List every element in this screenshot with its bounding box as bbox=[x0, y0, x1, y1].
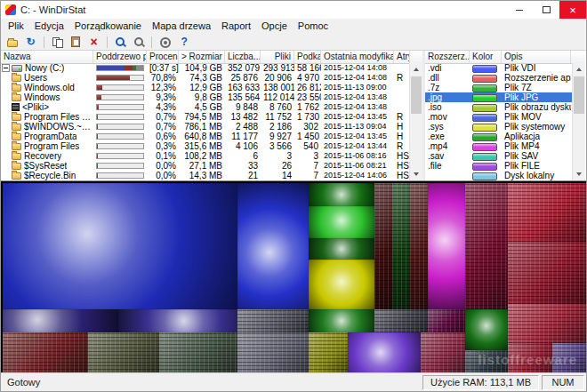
treemap-cell[interactable] bbox=[410, 183, 428, 309]
treemap-cell[interactable] bbox=[237, 309, 309, 332]
treemap-cell[interactable] bbox=[374, 183, 392, 309]
treemap-cell[interactable] bbox=[428, 309, 465, 332]
treemap-cell[interactable] bbox=[348, 332, 421, 372]
extension-row[interactable]: .movPlik MOV bbox=[425, 112, 585, 122]
tree-column-header[interactable]: Liczba... bbox=[225, 51, 261, 63]
extension-row[interactable]: Dysk lokalny bbox=[425, 171, 585, 180]
extension-column-header[interactable]: Rozszerz... bbox=[425, 51, 470, 63]
scroll-down-icon[interactable] bbox=[410, 168, 422, 180]
tree-scrollbar[interactable] bbox=[409, 63, 422, 180]
zoom-out-button[interactable] bbox=[130, 35, 148, 49]
treemap-cell[interactable] bbox=[508, 242, 586, 304]
treemap-cell[interactable] bbox=[374, 309, 428, 332]
treemap-cell[interactable] bbox=[118, 309, 237, 332]
treemap-cell[interactable] bbox=[3, 332, 88, 372]
treemap-cell[interactable] bbox=[465, 183, 508, 309]
treemap-cell[interactable] bbox=[421, 332, 465, 372]
treemap-cell[interactable] bbox=[88, 332, 159, 372]
menu-item-raport[interactable]: Raport bbox=[216, 20, 256, 33]
treemap-cell[interactable] bbox=[552, 343, 586, 372]
extension-row[interactable]: .mp4Plik MP4 bbox=[425, 141, 585, 151]
menu-item-mapa-drzewa[interactable]: Mapa drzewa bbox=[147, 20, 216, 33]
extension-row[interactable]: .filePlik FILE bbox=[425, 161, 585, 171]
extension-color-cell bbox=[470, 141, 502, 151]
treemap-cell[interactable] bbox=[3, 183, 237, 309]
menu-item-porządkowanie[interactable]: Porządkowanie bbox=[69, 20, 147, 33]
extension-color-cell bbox=[470, 92, 502, 102]
extension-row[interactable]: .exeAplikacja bbox=[425, 132, 585, 141]
color-swatch bbox=[472, 84, 497, 92]
refresh-button[interactable] bbox=[22, 35, 40, 49]
refresh-icon bbox=[26, 36, 37, 47]
open-button[interactable] bbox=[4, 35, 21, 49]
scroll-down-icon[interactable] bbox=[573, 168, 585, 180]
scroll-up-icon[interactable] bbox=[410, 63, 422, 76]
tree-column-header[interactable]: Procen... bbox=[147, 51, 179, 63]
paste-button[interactable] bbox=[67, 35, 84, 49]
extension-row[interactable]: .vdiPlik VDI bbox=[425, 63, 585, 73]
tree-row[interactable]: <Pliki>4,3%4,5 GB9 8488 7601 7622015-12-… bbox=[1, 102, 422, 112]
tree-row[interactable]: $SysReset0,0%27,1 MB332672015-11-06 08:2… bbox=[1, 161, 422, 171]
tree-column-header[interactable]: Atryb... bbox=[394, 51, 410, 63]
scrollbar-thumb[interactable] bbox=[411, 76, 422, 114]
treemap-cell[interactable] bbox=[309, 206, 374, 238]
treemap-cell[interactable] bbox=[428, 183, 465, 309]
extension-row[interactable]: .7zPlik 7Z bbox=[425, 83, 585, 92]
tree-row[interactable]: $Recycle.Bin0,0%14,3 MB211472015-12-04 1… bbox=[1, 171, 422, 180]
extension-row[interactable]: .savPlik SAV bbox=[425, 151, 585, 161]
extension-scrollbar[interactable] bbox=[572, 63, 585, 180]
tree-column-header[interactable]: Poddrzewo pro... bbox=[93, 51, 147, 63]
extension-row[interactable]: .sysPlik systemowy bbox=[425, 122, 585, 132]
treemap-cell[interactable] bbox=[237, 332, 309, 372]
copy-button[interactable] bbox=[48, 35, 66, 49]
menu-item-plik[interactable]: Plik bbox=[3, 20, 29, 33]
tree-column-header[interactable]: Podka... bbox=[294, 51, 321, 63]
close-button[interactable] bbox=[559, 1, 586, 19]
tree-row[interactable]: Program Files (x86)0,7%794,5 MB13 48211 … bbox=[1, 112, 422, 122]
treemap-cell[interactable] bbox=[309, 183, 374, 206]
menu-item-opcje[interactable]: Opcje bbox=[256, 20, 293, 33]
tree-row[interactable]: Windows.old12,3%12,9 GB163 633138 00126 … bbox=[1, 83, 422, 92]
treemap-cell[interactable] bbox=[309, 309, 374, 332]
minimize-button[interactable] bbox=[506, 1, 533, 19]
tree-row[interactable]: $WINDOWS.~BT0,7%786,1 MB2 4882 186302201… bbox=[1, 122, 422, 132]
tree-row[interactable]: Windows9,3%9,8 GB135 564112 01423 550201… bbox=[1, 92, 422, 102]
extension-row[interactable]: .isoPlik obrazu dysku bbox=[425, 102, 585, 112]
scroll-up-icon[interactable] bbox=[573, 63, 585, 76]
extension-row[interactable]: .jpgPlik JPG bbox=[425, 92, 585, 102]
treemap[interactable]: listoffreeware bbox=[1, 181, 586, 372]
tree-row[interactable]: Users70,8%74,3 GB25 87620 9064 9702015-1… bbox=[1, 73, 422, 83]
tree-column-header[interactable]: Pliki bbox=[261, 51, 294, 63]
tree-row[interactable]: ProgramData0,6%640,8 MB11 1779 9271 4502… bbox=[1, 132, 422, 141]
menu-item-edycja[interactable]: Edycja bbox=[29, 20, 69, 33]
treemap-cell[interactable] bbox=[309, 332, 348, 372]
collapse-icon[interactable] bbox=[2, 64, 10, 72]
treemap-cell[interactable] bbox=[237, 183, 309, 309]
delete-button[interactable] bbox=[85, 35, 103, 49]
help-button[interactable] bbox=[174, 35, 192, 49]
tree-column-header[interactable]: Ostatnia modyfika... bbox=[321, 51, 394, 63]
zoom-in-button[interactable] bbox=[111, 35, 129, 49]
treemap-cell[interactable] bbox=[465, 350, 508, 372]
tree-column-header[interactable]: > Rozmiar bbox=[179, 51, 225, 63]
tree-row[interactable]: Program Files0,3%315,6 MB4 1063 56654020… bbox=[1, 141, 422, 151]
treemap-cell[interactable] bbox=[508, 183, 586, 242]
tree-row[interactable]: Recovery0,1%108,2 MB6332015-11-06 08:16H… bbox=[1, 151, 422, 161]
treemap-cell[interactable] bbox=[508, 343, 552, 372]
menu-item-pomoc[interactable]: Pomoc bbox=[293, 20, 334, 33]
treemap-cell[interactable] bbox=[309, 260, 374, 309]
settings-button[interactable] bbox=[156, 35, 173, 49]
scrollbar-thumb[interactable] bbox=[574, 76, 584, 114]
tree-column-header[interactable]: Nazwa bbox=[1, 51, 93, 63]
treemap-cell[interactable] bbox=[309, 238, 374, 260]
extension-column-header[interactable]: Kolor bbox=[470, 51, 502, 63]
extension-row[interactable]: .dllRozszerzenie aplikacji bbox=[425, 73, 585, 83]
treemap-cell[interactable] bbox=[159, 332, 237, 372]
treemap-cell[interactable] bbox=[3, 309, 118, 332]
maximize-button[interactable] bbox=[533, 1, 559, 19]
extension-column-header[interactable]: Opis bbox=[502, 51, 571, 63]
tree-row[interactable]: Nowy (C:)[0:37 s]104,9 GB352 079293 9135… bbox=[1, 63, 422, 73]
treemap-cell[interactable] bbox=[508, 304, 586, 343]
treemap-cell[interactable] bbox=[465, 309, 508, 350]
treemap-cell[interactable] bbox=[392, 183, 410, 309]
